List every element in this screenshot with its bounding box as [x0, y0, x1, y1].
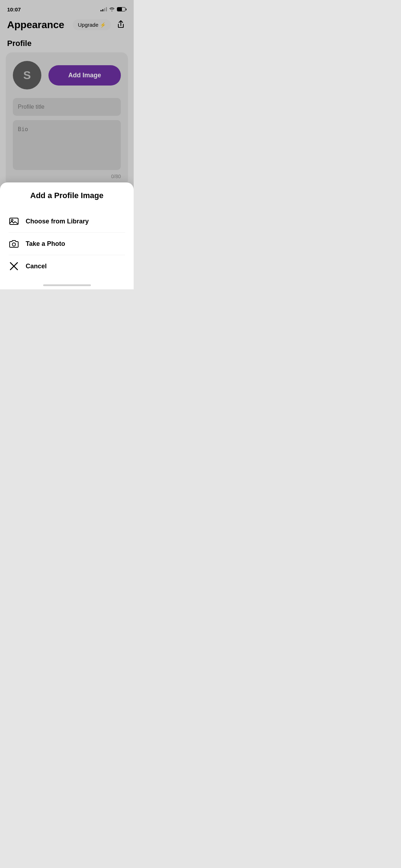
choose-from-library-label: Choose from Library	[26, 218, 89, 225]
camera-icon	[9, 238, 19, 249]
cancel-label: Cancel	[26, 263, 47, 270]
take-photo-button[interactable]: Take a Photo	[9, 233, 125, 255]
take-photo-label: Take a Photo	[26, 240, 65, 248]
svg-point-1	[11, 219, 13, 221]
photo-library-icon	[9, 216, 19, 227]
home-bar	[43, 284, 91, 286]
cancel-button[interactable]: Cancel	[9, 255, 125, 277]
sheet-title: Add a Profile Image	[9, 191, 125, 200]
bottom-sheet: Add a Profile Image Choose from Library …	[0, 182, 134, 289]
svg-point-2	[12, 243, 16, 246]
cancel-icon	[9, 261, 19, 272]
choose-from-library-button[interactable]: Choose from Library	[9, 210, 125, 232]
home-indicator	[9, 277, 125, 289]
